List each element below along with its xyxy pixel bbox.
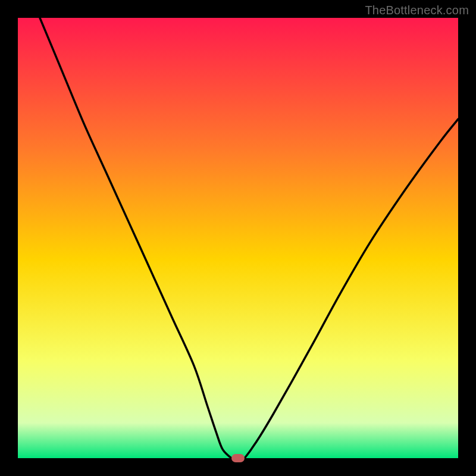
plot-area [18,18,458,458]
bottleneck-curve-right [245,119,458,458]
bottleneck-curve-left [40,18,231,458]
chart-frame: TheBottleneck.com [0,0,476,476]
curve-svg [18,18,458,458]
watermark-label: TheBottleneck.com [365,4,469,17]
optimum-marker [231,454,245,462]
